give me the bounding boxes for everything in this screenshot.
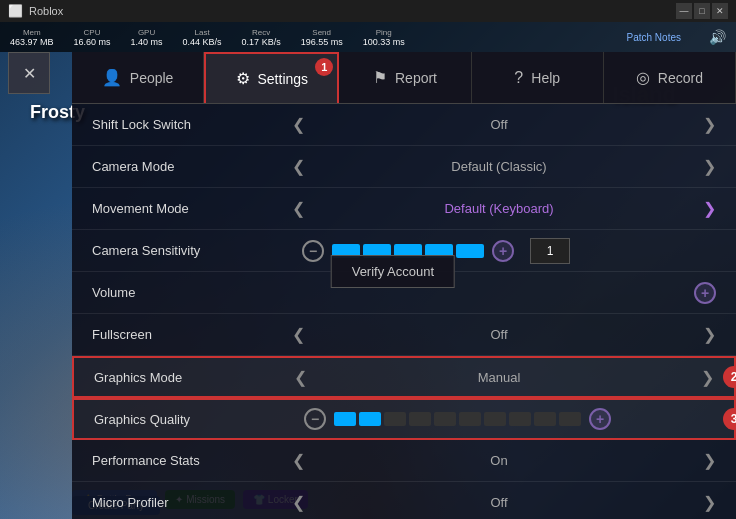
- shift-lock-label: Shift Lock Switch: [92, 117, 292, 132]
- stat-gpu: GPU 1.40 ms: [131, 28, 163, 47]
- titlebar-title: Roblox: [29, 5, 63, 17]
- volume-label: Volume: [92, 285, 292, 300]
- tab-help[interactable]: ? Help: [472, 52, 604, 103]
- camera-mode-value: Default (Classic): [451, 159, 546, 174]
- shift-lock-value: Off: [490, 117, 507, 132]
- tab-help-label: Help: [531, 70, 560, 86]
- performance-stats-value: On: [490, 453, 507, 468]
- overlay-panel: 👤 People ⚙ Settings 1 ⚑ Report ? Help ◎ …: [72, 52, 736, 519]
- graphics-quality-label: Graphics Quality: [94, 412, 294, 427]
- gq-seg-8: [509, 412, 531, 426]
- row-shift-lock[interactable]: Shift Lock Switch ❮ Off ❯: [72, 104, 736, 146]
- titlebar-controls: — □ ✕: [676, 3, 728, 19]
- tab-report[interactable]: ⚑ Report: [339, 52, 471, 103]
- quality-segments: [334, 412, 581, 426]
- gq-seg-10: [559, 412, 581, 426]
- maximize-button[interactable]: □: [694, 3, 710, 19]
- segment-5: [456, 244, 484, 258]
- tab-settings[interactable]: ⚙ Settings 1: [204, 52, 339, 103]
- performance-stats-left-arrow[interactable]: ❮: [292, 451, 305, 470]
- camera-sensitivity-slider: − +: [302, 238, 570, 264]
- annotation-badge-3: 3: [723, 408, 736, 430]
- performance-stats-right-arrow[interactable]: ❯: [703, 451, 716, 470]
- settings-icon: ⚙: [236, 69, 250, 88]
- gq-seg-2: [359, 412, 381, 426]
- minimize-button[interactable]: —: [676, 3, 692, 19]
- gq-seg-9: [534, 412, 556, 426]
- row-movement-mode[interactable]: Movement Mode ❮ Default (Keyboard) ❯: [72, 188, 736, 230]
- tab-bar: 👤 People ⚙ Settings 1 ⚑ Report ? Help ◎ …: [72, 52, 736, 104]
- quality-decrease-btn[interactable]: −: [304, 408, 326, 430]
- row-camera-sensitivity[interactable]: Camera Sensitivity − +: [72, 230, 736, 272]
- graphics-mode-label: Graphics Mode: [94, 370, 294, 385]
- close-overlay-button[interactable]: ✕: [8, 52, 50, 94]
- tab-record[interactable]: ◎ Record: [604, 52, 736, 103]
- sensitivity-decrease-btn[interactable]: −: [302, 240, 324, 262]
- tab-record-label: Record: [658, 70, 703, 86]
- camera-mode-right-arrow[interactable]: ❯: [703, 157, 716, 176]
- fullscreen-label: Fullscreen: [92, 327, 292, 342]
- movement-mode-label: Movement Mode: [92, 201, 292, 216]
- gq-seg-4: [409, 412, 431, 426]
- sensitivity-input[interactable]: [530, 238, 570, 264]
- performance-stats-label: Performance Stats: [92, 453, 292, 468]
- stat-ping: Ping 100.33 ms: [363, 28, 405, 47]
- movement-mode-left-arrow[interactable]: ❮: [292, 199, 305, 218]
- row-graphics-mode[interactable]: Graphics Mode ❮ Manual ❯ 2: [72, 356, 736, 398]
- camera-mode-label: Camera Mode: [92, 159, 292, 174]
- graphics-quality-slider: − +: [304, 408, 611, 430]
- row-performance-stats[interactable]: Performance Stats ❮ On ❯: [72, 440, 736, 482]
- movement-mode-right-arrow[interactable]: ❯: [703, 199, 716, 218]
- shift-lock-right-arrow[interactable]: ❯: [703, 115, 716, 134]
- shift-lock-left-arrow[interactable]: ❮: [292, 115, 305, 134]
- stat-send: Send 196.55 ms: [301, 28, 343, 47]
- stats-bar: Mem 463.97 MB CPU 16.60 ms GPU 1.40 ms L…: [0, 22, 736, 52]
- sensitivity-increase-btn[interactable]: +: [492, 240, 514, 262]
- graphics-mode-value: Manual: [478, 370, 521, 385]
- row-micro-profiler[interactable]: Micro Profiler ❮ Off ❯: [72, 482, 736, 519]
- gq-seg-7: [484, 412, 506, 426]
- camera-mode-left-arrow[interactable]: ❮: [292, 157, 305, 176]
- titlebar: ⬜ Roblox — □ ✕: [0, 0, 736, 22]
- fullscreen-right-arrow[interactable]: ❯: [703, 325, 716, 344]
- tab-people[interactable]: 👤 People: [72, 52, 204, 103]
- graphics-mode-right-arrow[interactable]: ❯: [701, 368, 714, 387]
- movement-mode-value: Default (Keyboard): [444, 201, 553, 216]
- titlebar-left: ⬜ Roblox: [8, 4, 63, 18]
- patch-notes-link[interactable]: Patch Notes: [627, 32, 681, 43]
- gq-seg-5: [434, 412, 456, 426]
- gq-seg-1: [334, 412, 356, 426]
- people-icon: 👤: [102, 68, 122, 87]
- report-icon: ⚑: [373, 68, 387, 87]
- micro-profiler-right-arrow[interactable]: ❯: [703, 493, 716, 512]
- stat-cpu: CPU 16.60 ms: [74, 28, 111, 47]
- row-camera-mode[interactable]: Camera Mode ❮ Default (Classic) ❯: [72, 146, 736, 188]
- quality-increase-btn[interactable]: +: [589, 408, 611, 430]
- close-icon: ✕: [23, 64, 36, 83]
- sound-icon[interactable]: 🔊: [709, 29, 726, 45]
- tab-people-label: People: [130, 70, 174, 86]
- volume-increase-btn[interactable]: +: [694, 282, 716, 304]
- segment-1: [332, 244, 360, 258]
- row-volume[interactable]: Volume +: [72, 272, 736, 314]
- graphics-mode-left-arrow[interactable]: ❮: [294, 368, 307, 387]
- row-fullscreen[interactable]: Fullscreen ❮ Off ❯: [72, 314, 736, 356]
- settings-content: Shift Lock Switch ❮ Off ❯ Camera Mode ❮ …: [72, 104, 736, 519]
- tab-report-label: Report: [395, 70, 437, 86]
- gq-seg-3: [384, 412, 406, 426]
- row-graphics-quality[interactable]: Graphics Quality − + 3: [72, 398, 736, 440]
- settings-badge: 1: [315, 58, 333, 76]
- micro-profiler-left-arrow[interactable]: ❮: [292, 493, 305, 512]
- segment-2: [363, 244, 391, 258]
- segment-3: [394, 244, 422, 258]
- sensitivity-segments: [332, 244, 484, 258]
- close-window-button[interactable]: ✕: [712, 3, 728, 19]
- tab-settings-label: Settings: [258, 71, 309, 87]
- app-icon: ⬜: [8, 4, 23, 18]
- fullscreen-left-arrow[interactable]: ❮: [292, 325, 305, 344]
- help-icon: ?: [514, 69, 523, 87]
- stat-recv: Recv 0.17 KB/s: [242, 28, 281, 47]
- stat-last: Last 0.44 KB/s: [183, 28, 222, 47]
- segment-4: [425, 244, 453, 258]
- record-icon: ◎: [636, 68, 650, 87]
